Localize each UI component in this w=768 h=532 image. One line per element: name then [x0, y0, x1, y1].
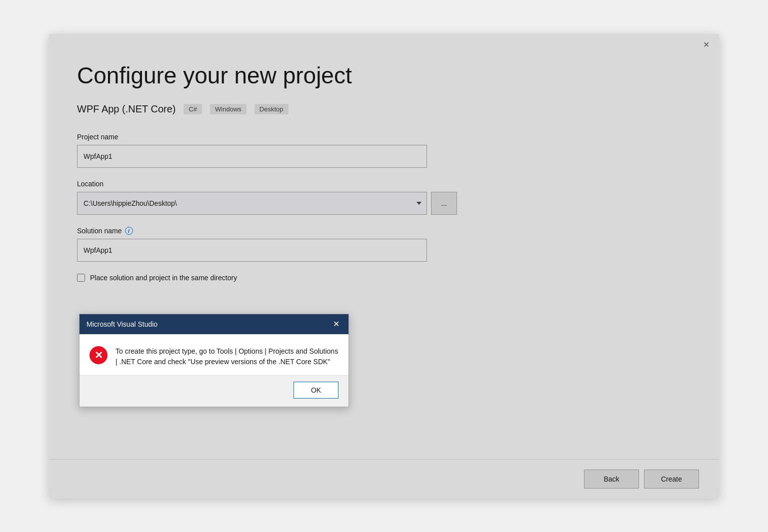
- ok-button[interactable]: OK: [294, 382, 338, 399]
- modal-body: ✕ To create this project type, go to Too…: [80, 334, 348, 375]
- modal-close-button[interactable]: ✕: [330, 319, 342, 330]
- modal-message: To create this project type, go to Tools…: [116, 346, 338, 367]
- modal-title: Microsoft Visual Studio: [86, 320, 158, 328]
- modal-overlay: Microsoft Visual Studio ✕ ✕ To create th…: [49, 34, 719, 499]
- modal-titlebar: Microsoft Visual Studio ✕: [80, 314, 348, 334]
- error-icon: ✕: [90, 346, 108, 364]
- modal-footer: OK: [80, 375, 348, 407]
- main-window: ✕ Configure your new project WPF App (.N…: [49, 34, 719, 499]
- modal-dialog: Microsoft Visual Studio ✕ ✕ To create th…: [79, 314, 349, 407]
